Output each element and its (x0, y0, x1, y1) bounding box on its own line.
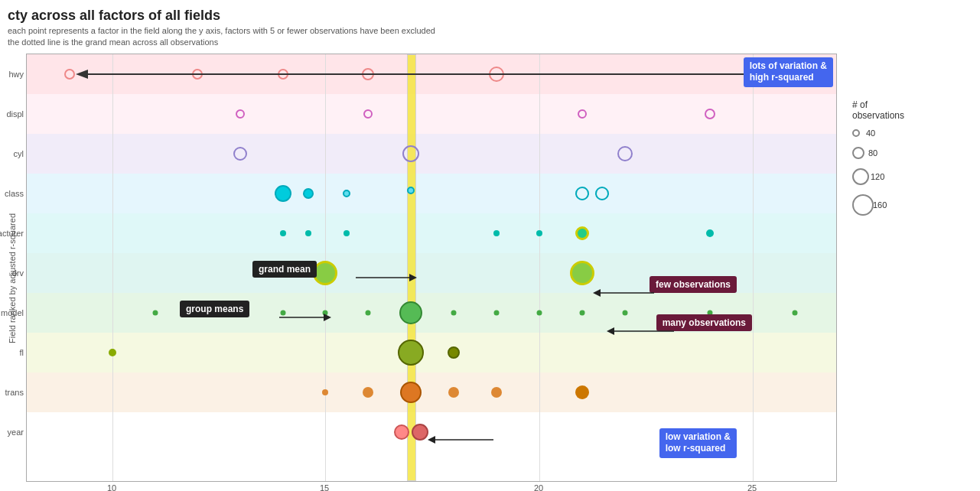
class-dot-4 (407, 187, 415, 194)
annotation-group-means: group means (180, 301, 249, 317)
displ-dot-2 (363, 109, 373, 119)
legend-circle-160 (852, 194, 874, 216)
model-dot-6 (366, 310, 371, 315)
annotation-few-observations: few observations (650, 276, 737, 293)
mfr-dot-5 (536, 230, 542, 236)
x-label-20: 20 (534, 483, 543, 491)
fl-dot-left (109, 349, 116, 356)
mfr-dot-4 (493, 230, 500, 236)
model-dot-10 (580, 310, 585, 315)
model-dot-9 (537, 310, 542, 315)
chart-title: cty across all factors of all fields (8, 8, 972, 24)
trans-dot-2 (363, 387, 373, 398)
displ-dot-3 (578, 109, 587, 119)
band-fl (27, 333, 836, 372)
svg-marker-6 (593, 289, 601, 297)
year-dot-1 (394, 424, 409, 440)
y-label-trans: trans (5, 388, 24, 397)
legend-circle-40 (852, 129, 860, 137)
year-dot-2 (412, 424, 428, 441)
mfr-dot-3 (343, 230, 350, 236)
x-label-15: 15 (320, 483, 329, 491)
mfr-dot-2 (305, 230, 311, 236)
x-label-25: 25 (747, 483, 757, 491)
trans-dot-3 (448, 387, 459, 398)
grid-10 (112, 54, 113, 481)
cyl-dot-3 (617, 146, 633, 161)
model-dot-1 (153, 310, 158, 315)
band-trans (27, 372, 836, 412)
band-cyl (27, 134, 836, 174)
model-dot-11 (623, 310, 628, 315)
y-label-fl: fl (20, 348, 24, 357)
legend-item-120: 120 (852, 168, 944, 185)
band-manufacturer (27, 213, 836, 253)
drv-dot-large-right (570, 261, 594, 285)
grid-20 (539, 54, 540, 481)
class-dot-3 (343, 190, 350, 197)
grand-mean-arrow (356, 270, 413, 285)
fl-dot-center (398, 340, 424, 366)
annotation-grand-mean: grand mean (252, 261, 317, 278)
legend-label-120: 120 (871, 172, 884, 181)
mfr-dot-1 (280, 230, 286, 236)
svg-marker-10 (428, 436, 435, 444)
x-label-10: 10 (107, 483, 116, 491)
mfr-dot-featured-small (575, 226, 589, 240)
model-dot-7 (451, 310, 457, 315)
many-obs-arrow (607, 324, 676, 339)
legend-label-40: 40 (866, 128, 875, 138)
class-dot-2 (303, 188, 314, 199)
annotation-low-variation: low variation &low r-squared (659, 428, 737, 458)
y-label-cyl: cyl (14, 149, 24, 158)
group-means-arrow (279, 310, 333, 325)
hwy-arrows (70, 62, 804, 86)
displ-dot-4 (705, 109, 715, 119)
displ-dot-1 (236, 109, 245, 119)
legend-item-40: 40 (852, 128, 944, 138)
grid-25 (753, 54, 754, 481)
legend-label-80: 80 (868, 148, 877, 158)
trans-dot-4 (491, 387, 502, 398)
model-dot-13 (793, 310, 798, 315)
legend: # ofobservations 40 80 120 160 (837, 54, 944, 491)
svg-marker-8 (607, 327, 614, 335)
chart-area: Field ranked by adjusted r-squared (8, 54, 972, 491)
model-dot-center (399, 301, 422, 324)
y-label-manufacturer: manufacturer (0, 229, 24, 238)
y-label-displ: displ (6, 109, 24, 119)
svg-marker-4 (324, 314, 331, 321)
cyl-dot-2 (402, 145, 419, 162)
main-container: cty across all factors of all fields eac… (0, 0, 980, 491)
y-label-model: model (1, 308, 24, 317)
few-obs-arrow (593, 285, 654, 301)
low-var-arrow (428, 432, 497, 447)
legend-circle-120 (852, 168, 869, 185)
chart-subtitle: each point represents a factor in the fi… (8, 25, 972, 49)
trans-dot-large (400, 382, 422, 403)
cyl-dot-1 (233, 147, 247, 161)
model-dot-8 (494, 310, 500, 315)
class-dot-6 (595, 187, 609, 200)
fl-dot-right (448, 346, 460, 359)
mfr-dot-6 (706, 229, 714, 237)
y-label-hwy: hwy (8, 70, 24, 79)
legend-item-80: 80 (852, 147, 944, 159)
legend-label-160: 160 (873, 200, 887, 210)
annotation-lots-variation: lots of variation &high r-squared (744, 57, 833, 87)
class-dot-5 (575, 187, 589, 200)
legend-title: # ofobservations (852, 99, 944, 121)
legend-item-160: 160 (852, 194, 944, 216)
band-class (27, 174, 836, 213)
legend-circle-80 (852, 147, 864, 159)
trans-dot-5 (575, 385, 589, 399)
y-label-year: year (8, 428, 24, 437)
y-label-drv: drv (12, 268, 24, 278)
class-dot-1 (275, 185, 291, 202)
y-label-class: class (5, 189, 24, 198)
trans-dot-1 (322, 389, 328, 395)
plot-area: hwy displ cyl class manufacturer drv mod… (26, 54, 837, 482)
grand-mean-line (407, 54, 416, 481)
